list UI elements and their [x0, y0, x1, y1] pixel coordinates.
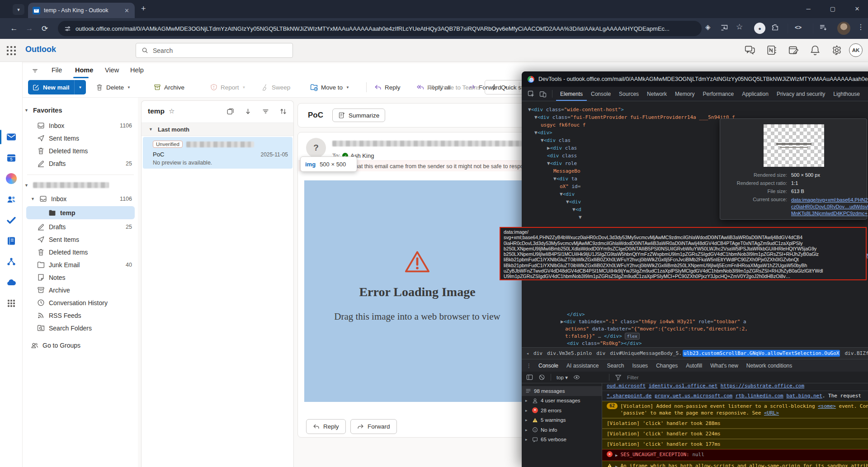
onedrive-icon[interactable] — [6, 277, 17, 288]
sort-down-icon[interactable] — [244, 108, 252, 115]
console-tab-whats-new[interactable]: What's new — [706, 359, 742, 373]
folder-rss[interactable]: RSS Feeds — [24, 309, 136, 321]
breadcrumb[interactable]: div.Vm3e5.pinlo — [547, 350, 592, 356]
console-tab-changes[interactable]: Changes — [652, 359, 682, 373]
flex-badge[interactable]: flex — [625, 333, 640, 340]
dom-tree-line[interactable]: ▼<div class="wide-content-host"> — [528, 106, 868, 113]
notes-journal-icon[interactable] — [788, 44, 799, 56]
breadcrumb-selected[interactable]: ulb23.customScrollBar.GNqVo.allowTextSel… — [683, 350, 840, 357]
install-app-icon[interactable] — [721, 24, 728, 31]
console-tab-autofill[interactable]: Autofill — [682, 359, 706, 373]
delete-button[interactable]: Delete▼ — [96, 80, 131, 94]
reply-button-footer[interactable]: Reply — [306, 419, 346, 434]
sweep-button[interactable]: Sweep — [261, 80, 290, 94]
sidebar-all-messages[interactable]: 98 messages — [522, 386, 602, 396]
folder-deleted-favorite[interactable]: Deleted Items — [24, 145, 136, 157]
menu-view[interactable]: View — [105, 66, 119, 74]
sort-order-icon[interactable] — [279, 108, 287, 115]
window-minimize-button[interactable]: ─ — [799, 2, 817, 15]
current-source-link[interactable]: data:image/svg+xml;base64,PHN2ZyB4 — [791, 197, 868, 203]
folder-drafts[interactable]: Drafts 25 — [24, 221, 136, 233]
notebook-icon[interactable] — [6, 236, 17, 246]
console-sidebar-toggle-icon[interactable] — [526, 374, 533, 381]
console-tab-console[interactable]: Console — [534, 359, 562, 373]
dom-tree-line[interactable]: t:false}}" … </div>flex — [522, 333, 868, 340]
console-violation-row[interactable]: [Violation] 'click' handler took 177ms — [602, 439, 868, 449]
calendar-icon[interactable] — [6, 152, 17, 163]
console-warning-row[interactable]: ▶ An iframe which has both allow-scripts… — [602, 461, 868, 467]
archive-button[interactable]: Archive — [154, 80, 184, 94]
code-extension-icon[interactable]: <> — [795, 24, 802, 31]
onenote-feed-icon[interactable] — [766, 44, 778, 56]
console-tab-ai[interactable]: AI assistance — [562, 359, 603, 373]
sidebar-errors[interactable]: ▸ ✕ 28 errors — [522, 406, 602, 415]
settings-gear-icon[interactable] — [831, 44, 843, 56]
folder-sent-favorite[interactable]: Sent Items — [24, 132, 136, 144]
browser-tab[interactable]: temp - Ash King - Outlook ✕ — [28, 3, 135, 18]
new-tab-button[interactable]: + — [141, 5, 146, 13]
people-icon[interactable] — [6, 194, 17, 205]
browser-menu-kebab-icon[interactable]: ⋮ — [857, 23, 864, 31]
menu-help[interactable]: Help — [130, 66, 144, 74]
console-filter-input[interactable]: Filter — [627, 375, 639, 380]
breadcrumb[interactable]: div — [596, 350, 605, 356]
tab-console[interactable]: Console — [587, 87, 615, 101]
console-tab-issues[interactable]: Issues — [628, 359, 652, 373]
folder-sent[interactable]: Sent Items — [24, 233, 136, 245]
inspect-element-icon[interactable] — [528, 90, 535, 98]
folder-inbox[interactable]: ▼ Inbox 1106 — [24, 193, 136, 205]
tab-performance[interactable]: Performance — [698, 87, 738, 101]
email-body-image[interactable]: Error Loading Image Drag this image into… — [304, 180, 530, 402]
extensions-puzzle-icon[interactable] — [771, 24, 779, 31]
hamburger-icon[interactable] — [31, 67, 39, 74]
back-icon[interactable]: ← — [6, 24, 22, 33]
forward-icon[interactable]: → — [22, 24, 37, 33]
dom-tree-line[interactable]: ▶<div tabindex="-1" class="th6py io4wk H… — [522, 318, 868, 325]
console-error-row[interactable]: ✕ ▶ SES_UNCAUGHT_EXCEPTION: null — [602, 449, 868, 461]
copilot-icon[interactable] — [6, 173, 17, 184]
reply-button[interactable]: Reply — [374, 80, 401, 94]
account-avatar[interactable]: AK — [849, 43, 863, 57]
breadcrumb[interactable]: div.BIZfh — [844, 350, 868, 356]
to-do-icon[interactable] — [6, 215, 17, 226]
devtools-title-bar[interactable]: DevTools - outlook.office.com/mail/0/AAM… — [522, 71, 868, 87]
expand-arrow-icon[interactable]: ▶ — [615, 451, 618, 459]
breadcrumb[interactable]: div#UniqueMessageBody_5. — [610, 350, 682, 356]
live-expression-eye-icon[interactable] — [573, 374, 580, 381]
share-to-teams-button[interactable]: Share to Teams — [427, 80, 480, 94]
org-network-icon[interactable] — [6, 256, 17, 267]
sidebar-info[interactable]: ▸ No info — [522, 425, 602, 435]
filter-funnel-icon[interactable] — [615, 374, 622, 381]
report-button[interactable]: Report▼ — [210, 80, 245, 94]
teams-chat-icon[interactable] — [744, 44, 756, 56]
sender-avatar-unknown[interactable]: ? — [306, 138, 326, 158]
reload-icon[interactable]: ⟳ — [37, 24, 52, 33]
folder-junk[interactable]: Junk Email 40 — [24, 259, 136, 271]
console-violation-row[interactable]: [Violation] 'click' handler took 288ms — [602, 418, 868, 429]
sidebar-user-messages[interactable]: ▸ 4 user messages — [522, 396, 602, 406]
new-mail-button[interactable]: New mail ▼ — [28, 80, 86, 94]
folder-search-folders[interactable]: Search Folders — [24, 322, 136, 334]
current-source-link[interactable]: cz0iaHR0cDovL0RvDov…udWdsvbWljcm9zb2Z0Lz — [791, 203, 868, 210]
clear-console-icon[interactable] — [538, 374, 545, 381]
address-bar[interactable]: outlook.office.com/mail/0/AAMkAGMwMDE3OG… — [58, 21, 702, 36]
folder-inbox-favorite[interactable]: Inbox 1106 — [24, 119, 136, 132]
select-all-icon[interactable] — [226, 108, 234, 115]
browser-profile-avatar[interactable] — [837, 22, 850, 35]
outlook-brand[interactable]: Outlook — [25, 45, 56, 54]
device-toolbar-icon[interactable] — [539, 90, 547, 98]
tab-application[interactable]: Application — [738, 87, 773, 101]
favorite-star-icon[interactable]: ☆ — [169, 107, 175, 115]
window-close-button[interactable]: ✕ — [848, 2, 866, 15]
site-settings-icon[interactable] — [64, 25, 71, 32]
bookmark-star-icon[interactable]: ☆ — [736, 22, 743, 32]
folder-notes[interactable]: Notes — [24, 271, 136, 283]
dom-tree-line[interactable]: <div class="Rs0kg"></div> — [522, 340, 868, 347]
app-launcher-icon[interactable] — [5, 45, 17, 57]
notifications-bell-icon[interactable] — [809, 44, 821, 56]
forward-button-footer[interactable]: Forward — [350, 419, 397, 434]
menu-home[interactable]: Home — [75, 66, 93, 74]
tab-network[interactable]: Network — [643, 87, 671, 101]
reading-list-icon[interactable] — [819, 24, 827, 31]
email-list-item-selected[interactable]: Unverified PoC 2025-11-05 No preview is … — [143, 137, 292, 169]
